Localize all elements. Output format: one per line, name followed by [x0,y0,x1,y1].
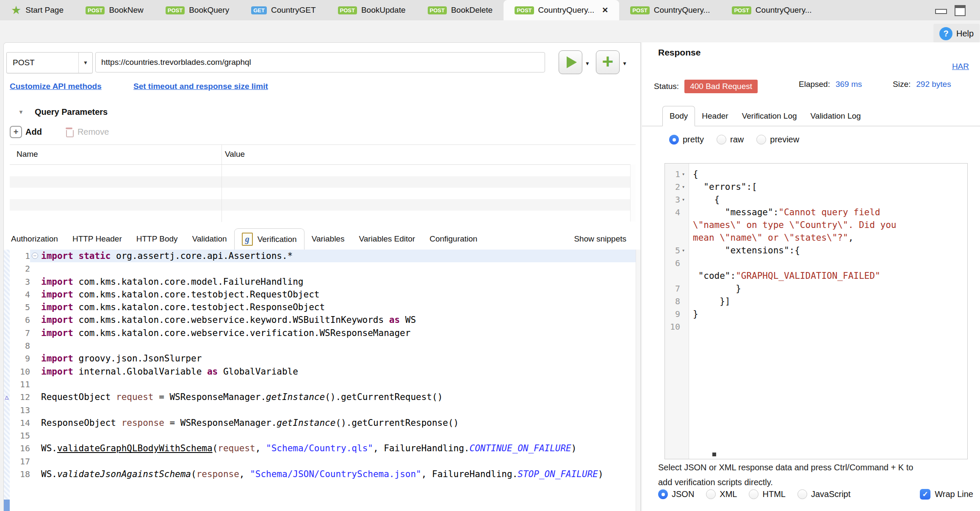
tab-countryquery-[interactable]: POSTCountryQuery... [721,0,822,20]
customize-api-methods-link[interactable]: Customize API methods [10,82,102,91]
radio-html[interactable] [749,489,759,499]
wrap-line-toggle[interactable]: ✓Wrap Line [920,489,973,500]
code-line[interactable]: 3import com.kms.katalon.core.model.Failu… [4,275,641,288]
collapse-arrow-icon[interactable]: ▾ [682,193,688,206]
code-line[interactable]: 16WS.validateGraphQLBodyWithSchema(reque… [4,442,641,455]
tab-variables-editor[interactable]: Variables Editor [352,228,422,250]
query-parameters-header[interactable]: ▼ Query Parameters [18,107,108,117]
tab-countryget[interactable]: GETCountryGET [240,0,327,20]
tab-variables[interactable]: Variables [305,228,352,250]
format-javascript[interactable]: JavaScript [797,489,850,499]
tab-configuration[interactable]: Configuration [422,228,484,250]
set-timeout-link[interactable]: Set timeout and response size limit [133,82,268,91]
close-tab-icon[interactable]: ✕ [602,6,608,15]
tab-start-page[interactable]: ★Start Page [0,0,75,20]
tab-http-header[interactable]: HTTP Header [65,228,129,250]
tab-header[interactable]: Header [695,106,735,126]
code-line[interactable]: 13 [4,404,641,417]
code-token: "Schema/Country.qls" [266,443,373,453]
view-mode-raw[interactable]: raw [717,135,744,144]
send-request-button[interactable] [559,50,582,74]
minimize-icon[interactable] [935,9,947,14]
code-line[interactable]: 18WS.validateJsonAgainstSchema(response,… [4,468,641,480]
line-number: 5 [4,301,30,314]
add-param-button[interactable]: Add [25,127,42,137]
json-line-number: 3 [665,193,680,206]
code-line[interactable]: 17 [4,455,641,468]
help-button[interactable]: ? Help [933,24,980,43]
collapse-arrow-icon[interactable]: ▾ [682,181,688,193]
tab-body[interactable]: Body [662,106,695,126]
code-text: WS.validateGraphQLBodyWithSchema(request… [41,443,576,453]
code-line[interactable]: 15 [4,429,641,442]
radio-raw[interactable] [717,135,726,144]
tab-validation[interactable]: Validation [185,228,234,250]
code-token: GlobalVariable [218,367,298,377]
table-row[interactable] [10,188,636,199]
remove-param-button[interactable]: Remove [78,127,109,137]
panel-divider[interactable] [640,42,641,511]
code-line[interactable]: 6import com.kms.katalon.core.webservice.… [4,314,641,326]
code-line[interactable]: 1−import static org.assertj.core.api.Ass… [4,250,641,262]
json-rows: 1▾{2▾ "errors":[3▾ {4 "message":"Cannot … [665,168,967,333]
tab-authorization[interactable]: Authorization [4,228,65,250]
tab-bookquery[interactable]: POSTBookQuery [155,0,240,20]
maximize-icon[interactable] [955,5,966,16]
table-row[interactable] [10,176,636,188]
tab-countryquery-[interactable]: POSTCountryQuery... [619,0,721,20]
response-panel: Response HAR Status: 400 Bad Request Ela… [642,42,980,511]
add-options-caret[interactable]: ▼ [622,61,627,67]
body-view-modes: prettyrawpreview [669,135,799,144]
radio-json[interactable] [658,489,668,499]
view-mode-preview[interactable]: preview [756,135,799,144]
tab-verification-log[interactable]: Verification Log [735,106,804,126]
format-html[interactable]: HTML [749,489,785,499]
table-scrollbar[interactable] [630,164,636,222]
response-body-viewer[interactable]: 1▾{2▾ "errors":[3▾ {4 "message":"Cannot … [664,163,968,459]
code-line[interactable]: 2 [4,262,641,275]
table-row[interactable] [10,211,636,222]
code-line[interactable]: 5import com.kms.katalon.core.testobject.… [4,301,641,314]
radio-xml[interactable] [706,489,716,499]
code-line[interactable]: 14ResponseObject response = WSResponseMa… [4,417,641,429]
table-row[interactable] [10,165,636,176]
format-xml[interactable]: XML [706,489,737,499]
request-url-input[interactable] [95,52,545,72]
send-options-caret[interactable]: ▼ [585,61,590,67]
query-parameters-title: Query Parameters [35,107,108,117]
add-object-button[interactable]: + [596,50,620,74]
line-number: 13 [4,404,30,417]
code-line[interactable]: 4import com.kms.katalon.core.testobject.… [4,288,641,301]
checkbox-checked-icon[interactable]: ✓ [920,489,930,500]
radio-pretty[interactable] [669,135,679,144]
tab-label: HTTP Header [72,234,122,244]
view-mode-pretty[interactable]: pretty [669,135,704,144]
fold-collapse-icon[interactable]: − [32,253,38,259]
format-json[interactable]: JSON [658,489,694,499]
code-token: = WSResponseManager. [154,392,266,402]
code-text: import groovy.json.JsonSlurper [41,353,202,364]
code-line[interactable]: 11 [4,378,641,391]
viewer-resize-handle[interactable] [712,453,716,456]
code-line[interactable]: △12RequestObject request = WSResponseMan… [4,391,641,403]
collapse-arrow-icon[interactable]: ▾ [682,244,688,257]
tab-validation-log[interactable]: Validation Log [804,106,868,126]
radio-javascript[interactable] [797,489,807,499]
code-line[interactable]: 7import com.kms.katalon.core.webservice.… [4,327,641,339]
tab-http-body[interactable]: HTTP Body [129,228,185,250]
http-method-select[interactable]: POST ▼ [6,52,93,73]
show-snippets-button[interactable]: Show snippets [574,228,641,250]
tab-bookdelete[interactable]: POSTBookDelete [417,0,504,20]
verification-script-editor[interactable]: 1−import static org.assertj.core.api.Ass… [4,250,641,511]
radio-preview[interactable] [756,135,766,144]
code-line[interactable]: 8 [4,339,641,352]
collapse-arrow-icon[interactable]: ▾ [682,168,688,181]
code-line[interactable]: 9import groovy.json.JsonSlurper [4,352,641,365]
har-link[interactable]: HAR [952,62,969,71]
table-row[interactable] [10,199,636,211]
tab-booknew[interactable]: POSTBookNew [75,0,155,20]
tab-bookupdate[interactable]: POSTBookUpdate [327,0,417,20]
tab-countryquery-[interactable]: POSTCountryQuery...✕ [504,0,619,20]
code-line[interactable]: 10import internal.GlobalVariable as Glob… [4,365,641,378]
tab-verification[interactable]: gVerification [234,228,305,250]
